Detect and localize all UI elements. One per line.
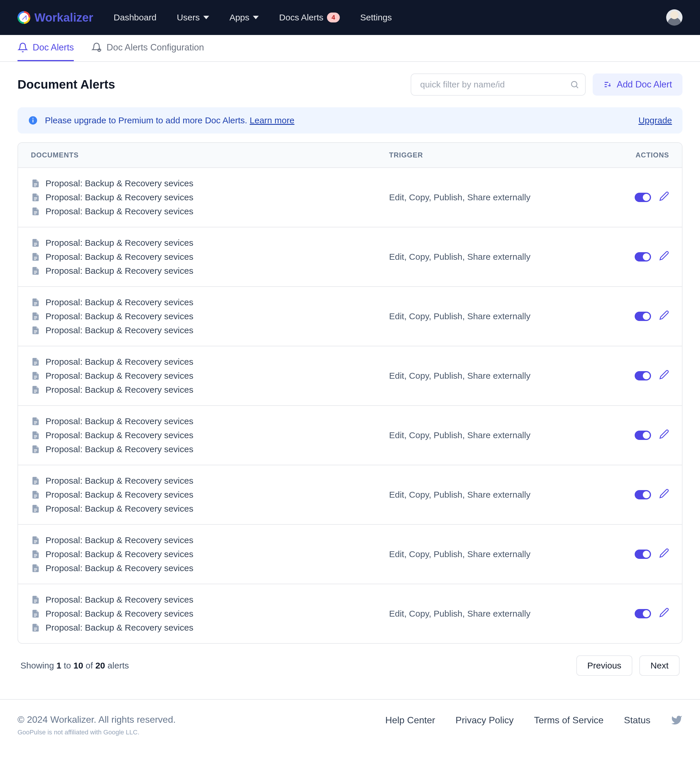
tab-doc-alerts[interactable]: Doc Alerts: [17, 35, 74, 61]
enable-toggle[interactable]: [635, 193, 651, 202]
document-item[interactable]: Proposal: Backup & Recovery sevices: [31, 385, 389, 395]
document-icon: [31, 193, 40, 202]
footer-privacy-link[interactable]: Privacy Policy: [456, 715, 514, 726]
edit-button[interactable]: [659, 548, 669, 560]
svg-rect-55: [34, 496, 38, 496]
document-item[interactable]: Proposal: Backup & Recovery sevices: [31, 357, 389, 367]
svg-rect-52: [34, 482, 38, 482]
enable-toggle[interactable]: [635, 549, 651, 559]
footer-status-link[interactable]: Status: [624, 715, 650, 726]
document-icon: [31, 385, 40, 395]
document-icon: [31, 609, 40, 618]
document-item[interactable]: Proposal: Backup & Recovery sevices: [31, 371, 389, 381]
document-item[interactable]: Proposal: Backup & Recovery sevices: [31, 490, 389, 500]
svg-point-2: [609, 86, 611, 86]
nav-dashboard[interactable]: Dashboard: [114, 12, 156, 22]
document-item[interactable]: Proposal: Backup & Recovery sevices: [31, 563, 389, 573]
document-item[interactable]: Proposal: Backup & Recovery sevices: [31, 609, 389, 619]
footer-terms-link[interactable]: Terms of Service: [534, 715, 603, 726]
enable-toggle[interactable]: [635, 371, 651, 381]
enable-toggle[interactable]: [635, 312, 651, 321]
edit-button[interactable]: [659, 489, 669, 501]
document-item[interactable]: Proposal: Backup & Recovery sevices: [31, 297, 389, 307]
actions-cell: [617, 429, 669, 441]
nav-users[interactable]: Users: [177, 12, 209, 22]
svg-rect-57: [34, 509, 38, 509]
svg-rect-62: [34, 543, 36, 543]
svg-rect-37: [34, 377, 38, 377]
add-doc-alert-button[interactable]: Add Doc Alert: [593, 73, 683, 96]
twitter-icon[interactable]: [671, 714, 683, 726]
document-item[interactable]: Proposal: Backup & Recovery sevices: [31, 549, 389, 559]
document-icon: [31, 445, 40, 454]
documents-cell: Proposal: Backup & Recovery sevicesPropo…: [31, 297, 389, 335]
bell-gear-icon: [91, 42, 102, 53]
document-item[interactable]: Proposal: Backup & Recovery sevices: [31, 325, 389, 335]
filter-input[interactable]: [411, 73, 586, 96]
document-item[interactable]: Proposal: Backup & Recovery sevices: [31, 178, 389, 188]
edit-button[interactable]: [659, 251, 669, 263]
nav-apps[interactable]: Apps: [230, 12, 259, 22]
svg-rect-48: [34, 449, 38, 450]
svg-rect-39: [34, 390, 38, 390]
learn-more-link[interactable]: Learn more: [250, 115, 294, 125]
edit-icon: [659, 370, 669, 380]
chevron-down-icon: [203, 16, 209, 19]
enable-toggle[interactable]: [635, 490, 651, 499]
footer-help-link[interactable]: Help Center: [385, 715, 435, 726]
document-icon: [31, 416, 40, 426]
document-item[interactable]: Proposal: Backup & Recovery sevices: [31, 444, 389, 454]
document-item[interactable]: Proposal: Backup & Recovery sevices: [31, 192, 389, 202]
actions-cell: [617, 548, 669, 560]
svg-rect-49: [34, 451, 38, 451]
logo[interactable]: ⩘ Workalizer: [17, 11, 93, 24]
document-item[interactable]: Proposal: Backup & Recovery sevices: [31, 311, 389, 321]
document-item[interactable]: Proposal: Backup & Recovery sevices: [31, 266, 389, 276]
svg-rect-46: [34, 437, 38, 437]
document-item[interactable]: Proposal: Backup & Recovery sevices: [31, 430, 389, 440]
trigger-cell: Edit, Copy, Publish, Share externally: [389, 430, 617, 440]
alerts-table: DOCUMENTS TRIGGER ACTIONS Proposal: Back…: [17, 142, 683, 644]
edit-button[interactable]: [659, 429, 669, 441]
svg-rect-8: [34, 186, 36, 186]
document-item[interactable]: Proposal: Backup & Recovery sevices: [31, 252, 389, 262]
previous-button[interactable]: Previous: [577, 655, 633, 676]
document-item[interactable]: Proposal: Backup & Recovery sevices: [31, 206, 389, 216]
document-item[interactable]: Proposal: Backup & Recovery sevices: [31, 595, 389, 605]
svg-rect-54: [34, 495, 38, 495]
svg-rect-31: [34, 331, 38, 332]
document-item[interactable]: Proposal: Backup & Recovery sevices: [31, 416, 389, 426]
svg-rect-58: [34, 510, 38, 510]
enable-toggle[interactable]: [635, 252, 651, 262]
document-item[interactable]: Proposal: Backup & Recovery sevices: [31, 476, 389, 486]
edit-button[interactable]: [659, 608, 669, 620]
next-button[interactable]: Next: [639, 655, 680, 676]
user-avatar[interactable]: [666, 9, 683, 26]
svg-rect-73: [34, 615, 38, 615]
upgrade-link[interactable]: Upgrade: [639, 115, 672, 125]
nav-settings[interactable]: Settings: [360, 12, 392, 22]
edit-icon: [659, 429, 669, 439]
svg-rect-75: [34, 628, 38, 628]
svg-rect-36: [34, 376, 38, 376]
tab-doc-alerts-config[interactable]: Doc Alerts Configuration: [91, 35, 204, 61]
svg-rect-6: [34, 183, 38, 184]
document-item[interactable]: Proposal: Backup & Recovery sevices: [31, 535, 389, 545]
svg-rect-16: [34, 244, 38, 245]
edit-button[interactable]: [659, 370, 669, 382]
table-row: Proposal: Backup & Recovery sevicesPropo…: [18, 524, 682, 584]
sub-tabs: Doc Alerts Doc Alerts Configuration: [0, 35, 700, 62]
svg-rect-44: [34, 424, 36, 424]
svg-rect-68: [34, 571, 36, 571]
edit-button[interactable]: [659, 191, 669, 203]
edit-button[interactable]: [659, 310, 669, 323]
nav-docs-alerts[interactable]: Docs Alerts4: [279, 12, 340, 22]
svg-rect-64: [34, 555, 38, 556]
document-item[interactable]: Proposal: Backup & Recovery sevices: [31, 623, 389, 633]
document-item[interactable]: Proposal: Backup & Recovery sevices: [31, 504, 389, 514]
document-item[interactable]: Proposal: Backup & Recovery sevices: [31, 238, 389, 248]
add-alert-icon: [603, 80, 612, 89]
trigger-cell: Edit, Copy, Publish, Share externally: [389, 192, 617, 202]
enable-toggle[interactable]: [635, 609, 651, 618]
enable-toggle[interactable]: [635, 430, 651, 440]
